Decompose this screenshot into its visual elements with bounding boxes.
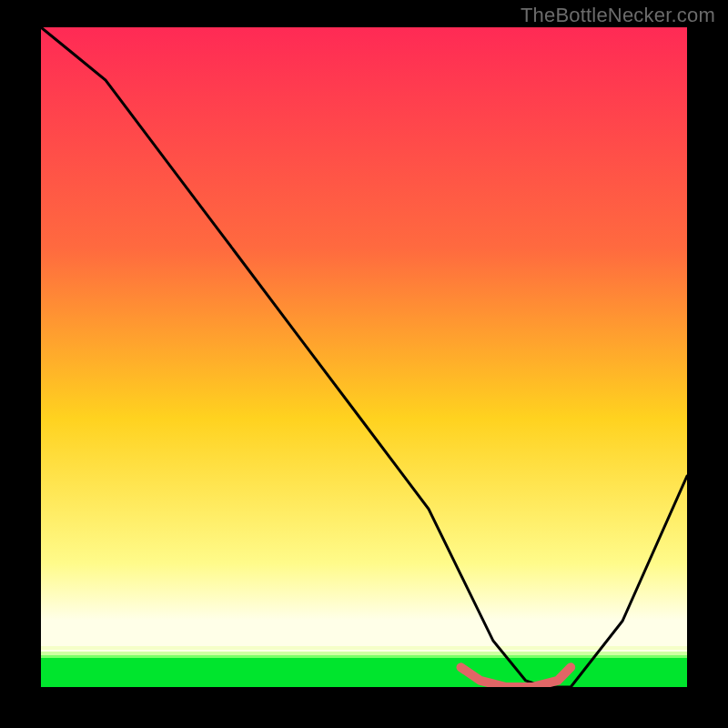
transition-stripe-3 xyxy=(41,655,687,658)
transition-stripe-1 xyxy=(41,646,687,650)
bottleneck-chart xyxy=(41,27,687,687)
watermark-text: TheBottleNecker.com xyxy=(521,4,715,27)
transition-stripe-2 xyxy=(41,652,687,655)
chart-svg xyxy=(41,27,687,687)
